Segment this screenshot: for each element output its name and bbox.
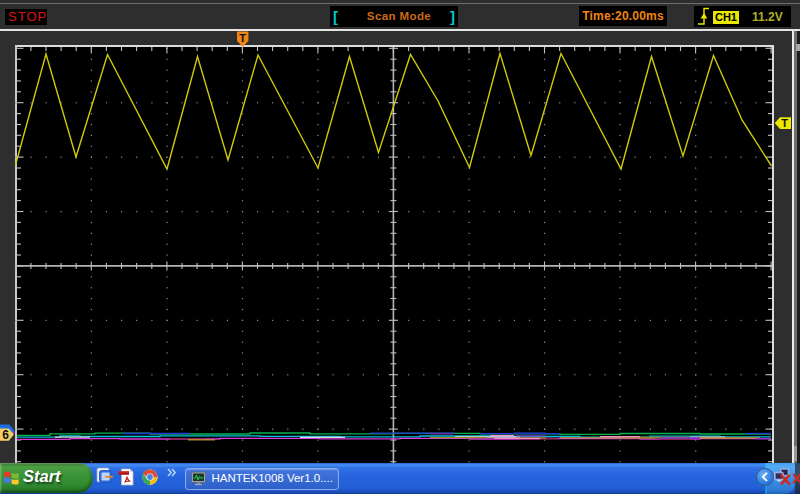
- svg-text:T: T: [239, 32, 246, 44]
- svg-text:T: T: [781, 117, 788, 129]
- svg-text:6: 6: [2, 428, 9, 442]
